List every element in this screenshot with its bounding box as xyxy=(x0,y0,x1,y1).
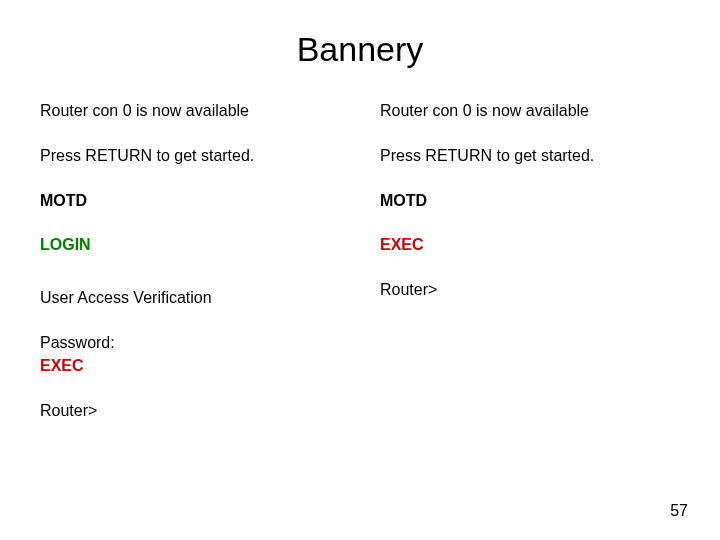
right-press-return-text: Press RETURN to get started. xyxy=(380,146,680,167)
slide-title: Bannery xyxy=(40,30,680,69)
slide-container: Bannery Router con 0 is now available Pr… xyxy=(0,0,720,540)
right-router-prompt: Router> xyxy=(380,280,680,301)
left-password-block: Password: EXEC xyxy=(40,333,340,377)
right-exec-label: EXEC xyxy=(380,235,680,256)
right-column: Router con 0 is now available Press RETU… xyxy=(380,101,680,445)
left-press-return-text: Press RETURN to get started. xyxy=(40,146,340,167)
left-user-access-text: User Access Verification xyxy=(40,288,340,309)
left-exec-label: EXEC xyxy=(40,356,340,377)
right-motd-label: MOTD xyxy=(380,191,680,212)
left-column: Router con 0 is now available Press RETU… xyxy=(40,101,340,445)
page-number: 57 xyxy=(670,502,688,520)
left-router-prompt: Router> xyxy=(40,401,340,422)
left-login-label: LOGIN xyxy=(40,235,340,256)
spacer xyxy=(40,280,340,288)
left-available-text: Router con 0 is now available xyxy=(40,101,340,122)
left-password-label: Password: xyxy=(40,333,340,354)
left-motd-label: MOTD xyxy=(40,191,340,212)
right-available-text: Router con 0 is now available xyxy=(380,101,680,122)
columns-wrapper: Router con 0 is now available Press RETU… xyxy=(40,101,680,445)
